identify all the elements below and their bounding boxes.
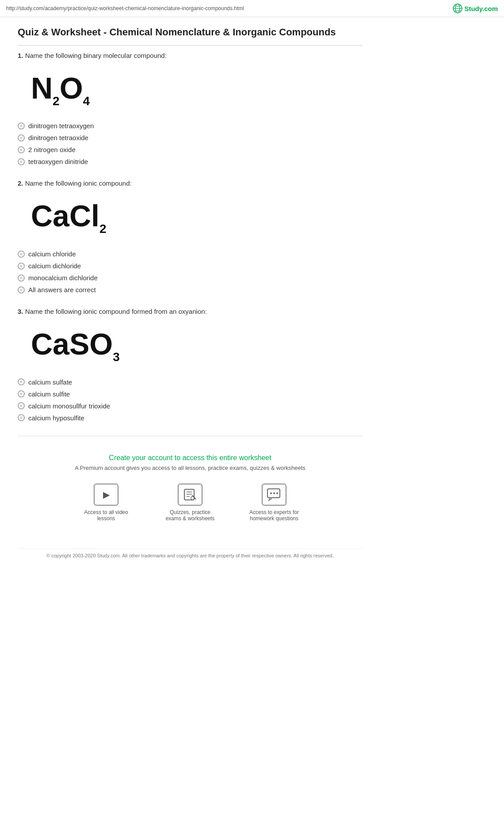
q3-radio-2[interactable] [18, 390, 25, 397]
cta-icon-experts: Access to experts for homework questions [245, 484, 303, 522]
q1-label: 1. Name the following binary molecular c… [18, 52, 363, 59]
main-content: Quiz & Worksheet - Chemical Nomenclature… [0, 17, 380, 580]
q2-formula-text: CaCl2 [31, 199, 107, 232]
q1-formula-text: N2O4 [31, 71, 90, 105]
logo: Study.com [453, 4, 498, 13]
q2-radio-4[interactable] [18, 286, 25, 293]
q3-radio-3[interactable] [18, 402, 25, 409]
q1-option-2[interactable]: dinitrogen tetraoxide [18, 134, 363, 141]
logo-text: Study.com [464, 5, 498, 12]
cta-subtitle: A Premium account gives you access to al… [27, 465, 354, 471]
svg-rect-5 [184, 489, 194, 500]
q2-radio-3[interactable] [18, 274, 25, 282]
q2-formula: CaCl2 [18, 191, 120, 240]
q1-radio-1[interactable] [18, 122, 25, 130]
q3-formula: CaSO3 [18, 320, 133, 369]
q3-label: 3. Name the following ionic compound for… [18, 308, 363, 315]
copyright: © copyright 2003-2020 Study.com. All oth… [18, 548, 363, 563]
cta-section: Create your account to access this entir… [18, 436, 363, 544]
globe-icon [453, 4, 462, 13]
q3-radio-1[interactable] [18, 378, 25, 385]
question-1: 1. Name the following binary molecular c… [18, 52, 363, 166]
question-3: 3. Name the following ionic compound for… [18, 308, 363, 422]
url-bar: http://study.com/academy/practice/quiz-w… [0, 0, 504, 17]
quiz-icon-box [178, 484, 202, 506]
q1-option-1[interactable]: dinitrogen tetraoxygen [18, 122, 363, 130]
q3-formula-text: CaSO3 [31, 327, 120, 361]
q2-label: 2. Name the following ionic compound: [18, 179, 363, 187]
experts-icon-box [262, 484, 286, 506]
question-2: 2. Name the following ionic compound: Ca… [18, 179, 363, 293]
cta-experts-label: Access to experts for homework questions [245, 509, 303, 522]
q2-radio-2[interactable] [18, 263, 25, 270]
q2-option-3[interactable]: monocalcium dichloride [18, 274, 363, 282]
svg-point-12 [273, 492, 275, 494]
cta-icon-video: ▶ Access to all video lessons [77, 484, 135, 522]
q2-option-1[interactable]: calcium chloride [18, 250, 363, 258]
url-text: http://study.com/academy/practice/quiz-w… [6, 5, 244, 11]
q1-option-4[interactable]: tetraoxygen dinitride [18, 158, 363, 165]
q3-option-4[interactable]: calcium hyposulfite [18, 414, 363, 422]
q2-option-2[interactable]: calcium dichloride [18, 262, 363, 270]
cta-icons: ▶ Access to all video lessons Quizzes, p… [27, 484, 354, 522]
quiz-icon [183, 488, 197, 501]
q1-radio-4[interactable] [18, 158, 25, 165]
q3-option-3[interactable]: calcium monosullfur trioxide [18, 402, 363, 410]
cta-quiz-label: Quizzes, practice exams & worksheets [161, 509, 219, 522]
chat-icon [267, 488, 282, 501]
q1-radio-2[interactable] [18, 134, 25, 141]
q3-option-1[interactable]: calcium sulfate [18, 378, 363, 386]
page-title: Quiz & Worksheet - Chemical Nomenclature… [18, 26, 363, 46]
q1-radio-3[interactable] [18, 146, 25, 153]
cta-icon-quiz: Quizzes, practice exams & worksheets [161, 484, 219, 522]
play-icon: ▶ [103, 489, 110, 500]
cta-title[interactable]: Create your account to access this entir… [27, 454, 354, 462]
q1-options: dinitrogen tetraoxygen dinitrogen tetrao… [18, 122, 363, 165]
svg-point-11 [270, 492, 272, 494]
q3-radio-4[interactable] [18, 414, 25, 421]
cta-video-label: Access to all video lessons [77, 509, 135, 522]
q2-options: calcium chloride calcium dichloride mono… [18, 250, 363, 293]
svg-point-13 [276, 492, 278, 494]
q3-option-2[interactable]: calcium sulfite [18, 390, 363, 398]
video-icon-box: ▶ [94, 484, 118, 506]
q2-option-4[interactable]: All answers are correct [18, 286, 363, 293]
q2-radio-1[interactable] [18, 251, 25, 258]
q1-option-3[interactable]: 2 nitrogen oxide [18, 146, 363, 153]
q1-formula: N2O4 [18, 64, 103, 113]
q3-options: calcium sulfate calcium sulfite calcium … [18, 378, 363, 422]
